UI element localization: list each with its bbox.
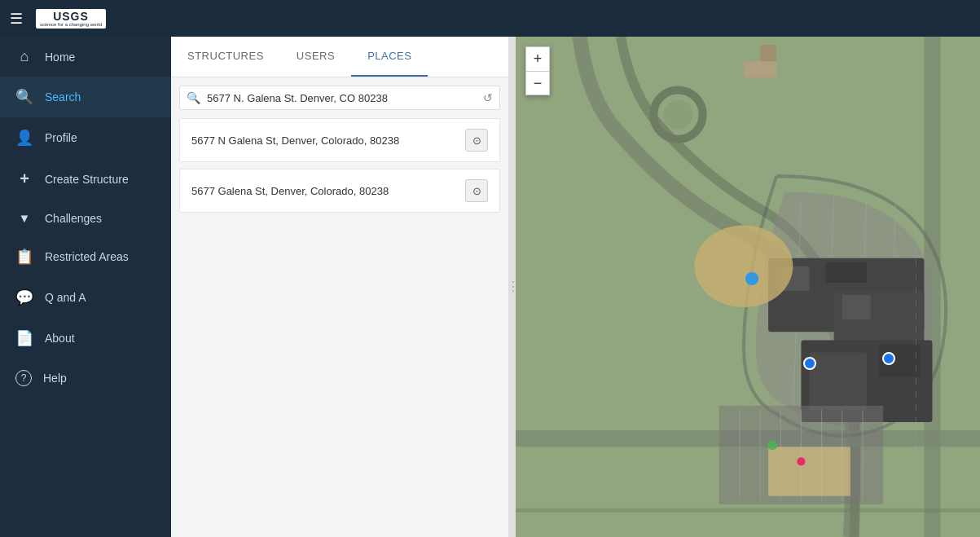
locate-button-2[interactable]: ⊙ (465, 179, 488, 202)
result-item-2[interactable]: 5677 Galena St, Denver, Colorado, 80238 … (179, 169, 500, 213)
app-header: ☰ USGS science for a changing world (0, 0, 980, 37)
svg-point-20 (695, 226, 793, 308)
profile-icon: 👤 (15, 129, 33, 147)
sidebar-item-q-and-a[interactable]: 💬 Q and A (0, 277, 171, 318)
sidebar-item-label-help: Help (43, 372, 67, 385)
sidebar-item-restricted-areas[interactable]: 📋 Restricted Areas (0, 236, 171, 277)
zoom-in-button[interactable]: + (525, 46, 550, 71)
usgs-logo-sub: science for a changing world (40, 22, 102, 27)
map-marker-2[interactable] (882, 352, 895, 365)
map-area[interactable]: + − (516, 37, 980, 537)
svg-point-21 (745, 272, 758, 285)
refresh-icon[interactable]: ↺ (483, 91, 493, 104)
sidebar-item-create-structure[interactable]: + Create Structure (0, 158, 171, 200)
tab-structures[interactable]: STRUCTURES (171, 37, 280, 77)
sidebar-item-challenges[interactable]: ▼ Challenges (0, 200, 171, 236)
sidebar-item-label-home: Home (45, 51, 75, 64)
locate-icon-2: ⊙ (472, 185, 481, 197)
map-canvas (516, 37, 980, 537)
sidebar: ⌂ Home 🔍 Search 👤 Profile + Create Struc… (0, 37, 171, 537)
plus-icon: + (15, 169, 33, 188)
sidebar-item-label-about: About (45, 332, 75, 345)
usgs-logo-text: USGS (53, 11, 89, 22)
about-icon: 📄 (15, 329, 33, 347)
svg-rect-7 (760, 45, 776, 61)
result-text-1: 5677 N Galena St, Denver, Colorado, 8023… (191, 134, 399, 147)
q-and-a-icon: 💬 (15, 288, 33, 306)
sidebar-item-label-create-structure: Create Structure (45, 173, 129, 186)
svg-rect-19 (809, 353, 866, 410)
restricted-areas-icon: 📋 (15, 248, 33, 266)
usgs-logo-box: USGS science for a changing world (36, 9, 106, 29)
sidebar-item-help[interactable]: ? Help (0, 359, 171, 398)
sidebar-item-label-challenges: Challenges (45, 212, 102, 225)
challenges-icon: ▼ (15, 211, 33, 225)
sidebar-item-search[interactable]: 🔍 Search (0, 77, 171, 117)
sidebar-item-label-search: Search (45, 90, 81, 103)
svg-rect-17 (842, 295, 871, 319)
locate-button-1[interactable]: ⊙ (465, 129, 488, 152)
hamburger-menu[interactable]: ☰ (10, 10, 23, 28)
places-search-input[interactable] (207, 92, 477, 104)
result-item-1[interactable]: 5677 N Galena St, Denver, Colorado, 8023… (179, 118, 500, 162)
svg-rect-6 (744, 61, 776, 77)
tab-users[interactable]: USERS (280, 37, 351, 77)
svg-point-32 (797, 457, 805, 465)
sidebar-item-label-profile: Profile (45, 131, 77, 144)
search-bar-icon: 🔍 (187, 91, 200, 104)
tab-bar: STRUCTURES USERS PLACES (171, 37, 508, 77)
svg-point-31 (767, 440, 777, 450)
usgs-logo: USGS science for a changing world (36, 9, 106, 29)
svg-rect-30 (768, 447, 850, 495)
sidebar-item-label-q-and-a: Q and A (45, 291, 86, 304)
search-panel: STRUCTURES USERS PLACES 🔍 ↺ 5677 N Galen… (171, 37, 509, 537)
search-icon: 🔍 (15, 88, 33, 106)
zoom-out-button[interactable]: − (525, 71, 550, 95)
content-area: STRUCTURES USERS PLACES 🔍 ↺ 5677 N Galen… (171, 37, 980, 537)
sidebar-item-profile[interactable]: 👤 Profile (0, 117, 171, 158)
result-text-2: 5677 Galena St, Denver, Colorado, 80238 (191, 185, 389, 197)
home-icon: ⌂ (15, 48, 33, 65)
locate-icon-1: ⊙ (472, 134, 481, 147)
svg-rect-16 (826, 262, 867, 283)
sidebar-item-about[interactable]: 📄 About (0, 318, 171, 359)
tab-places[interactable]: PLACES (351, 37, 428, 77)
panel-resizer[interactable]: ⋮ (509, 37, 516, 537)
sidebar-item-label-restricted-areas: Restricted Areas (45, 250, 129, 263)
svg-rect-34 (516, 508, 980, 513)
main-layout: ⌂ Home 🔍 Search 👤 Profile + Create Struc… (0, 37, 980, 537)
map-zoom-controls: + − (525, 46, 550, 95)
svg-point-5 (663, 100, 692, 130)
sidebar-item-home[interactable]: ⌂ Home (0, 37, 171, 77)
places-search-bar: 🔍 ↺ (179, 86, 500, 110)
help-icon: ? (15, 370, 32, 386)
